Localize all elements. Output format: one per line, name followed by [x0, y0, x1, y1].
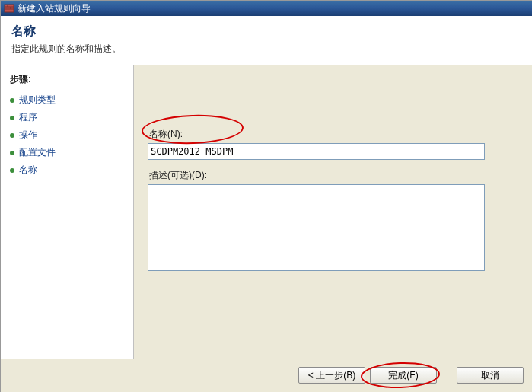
name-field-block: 名称(N): — [148, 128, 519, 160]
step-bullet-icon — [10, 116, 14, 120]
wizard-content: 名称(N): 描述(可选)(D): — [134, 65, 532, 359]
wizard-header: 名称 指定此规则的名称和描述。 — [1, 16, 532, 65]
cancel-button[interactable]: 取消 — [457, 367, 524, 384]
back-button[interactable]: < 上一步(B) — [298, 367, 365, 384]
description-label: 描述(可选)(D): — [149, 169, 519, 182]
sidebar-item-label: 操作 — [19, 129, 37, 142]
page-description: 指定此规则的名称和描述。 — [11, 43, 522, 56]
wizard-footer: < 上一步(B) 完成(F) 取消 — [1, 359, 532, 392]
sidebar-item-label: 规则类型 — [19, 94, 56, 107]
footer-buttons: < 上一步(B) 完成(F) 取消 — [298, 367, 524, 384]
wizard-steps-sidebar: 步骤: 规则类型 程序 操作 配置文件 名称 — [1, 65, 134, 359]
name-input[interactable] — [148, 143, 485, 160]
sidebar-item-profile[interactable]: 配置文件 — [10, 146, 124, 159]
step-bullet-icon — [10, 151, 14, 155]
finish-button[interactable]: 完成(F) — [370, 367, 437, 384]
sidebar-item-rule-type[interactable]: 规则类型 — [10, 94, 124, 107]
sidebar-item-label: 程序 — [19, 111, 37, 124]
sidebar-item-action[interactable]: 操作 — [10, 129, 124, 142]
button-gap — [441, 367, 452, 384]
page-title: 名称 — [11, 24, 522, 40]
sidebar-item-name[interactable]: 名称 — [10, 164, 124, 177]
firewall-icon — [4, 3, 14, 14]
sidebar-item-label: 名称 — [19, 164, 37, 177]
step-bullet-icon — [10, 133, 14, 138]
svg-rect-0 — [5, 5, 14, 12]
description-field-block: 描述(可选)(D): — [148, 169, 519, 273]
sidebar-item-label: 配置文件 — [19, 146, 56, 159]
description-textarea[interactable] — [148, 184, 485, 271]
wizard-window: 新建入站规则向导 名称 指定此规则的名称和描述。 步骤: 规则类型 程序 操作 … — [0, 0, 532, 392]
window-title: 新建入站规则向导 — [18, 2, 91, 15]
wizard-body: 步骤: 规则类型 程序 操作 配置文件 名称 — [1, 65, 532, 359]
titlebar: 新建入站规则向导 — [1, 1, 532, 16]
name-label: 名称(N): — [149, 128, 519, 141]
step-bullet-icon — [10, 98, 14, 103]
steps-heading: 步骤: — [10, 73, 124, 86]
sidebar-item-program[interactable]: 程序 — [10, 111, 124, 124]
step-bullet-icon — [10, 168, 14, 173]
